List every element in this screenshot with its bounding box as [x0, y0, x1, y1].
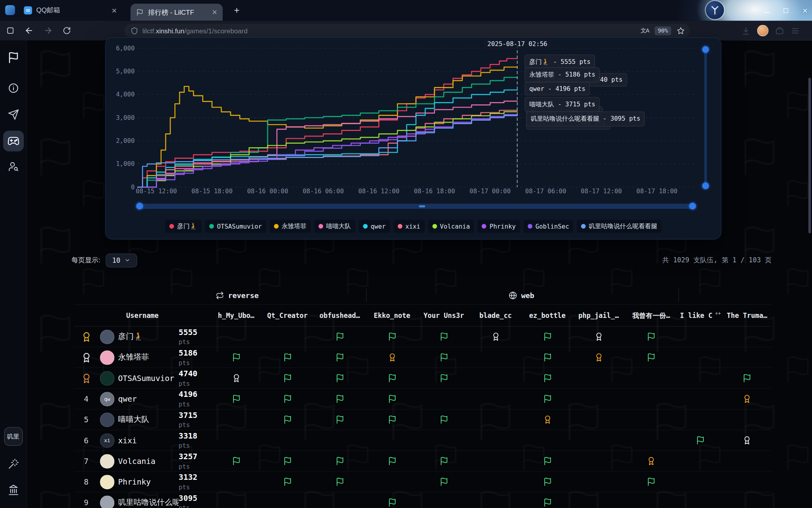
challenge-cell[interactable]	[262, 410, 314, 430]
bank-icon[interactable]	[8, 484, 19, 496]
team-row[interactable]: 7Volcania3257 pts	[74, 451, 772, 471]
forward-icon[interactable]	[44, 26, 53, 35]
team-row[interactable]: 8Phrinky3132 pts	[74, 472, 772, 493]
challenge-cell[interactable]	[211, 368, 262, 388]
bookmark-star-icon[interactable]	[677, 27, 685, 35]
team-row[interactable]: OTSASumuvior4740 pts	[74, 368, 772, 389]
chart-horizontal-range-slider[interactable]	[137, 204, 695, 209]
challenge-cell[interactable]	[418, 327, 470, 347]
slider-handle-left[interactable]	[136, 203, 143, 210]
challenge-cell[interactable]	[418, 451, 470, 471]
column-header-challenge[interactable]: I like C ++	[678, 311, 722, 319]
challenge-cell[interactable]	[366, 451, 418, 471]
legend-item[interactable]: OTSASumuvior	[205, 220, 266, 233]
challenge-cell[interactable]	[262, 347, 314, 368]
legend-item[interactable]: Volcania	[428, 220, 474, 233]
challenge-cell[interactable]	[313, 327, 366, 347]
challenge-cell[interactable]	[418, 347, 470, 368]
challenge-cell[interactable]	[521, 347, 573, 368]
challenge-cell[interactable]	[521, 472, 573, 492]
challenge-cell[interactable]	[366, 389, 418, 409]
challenge-cell[interactable]	[418, 410, 470, 430]
team-name[interactable]: 叽里咕噜说什么呢	[116, 498, 179, 508]
slider-handle-right[interactable]	[689, 203, 696, 210]
legend-item[interactable]: 喵喵大队	[314, 220, 355, 233]
lilctf-flag-logo[interactable]	[6, 51, 20, 64]
challenge-cell[interactable]	[366, 368, 418, 388]
team-name[interactable]: 喵喵大队	[116, 415, 179, 425]
briefcase-icon[interactable]	[775, 26, 784, 35]
column-header-challenge[interactable]: ez_bottle	[521, 312, 573, 319]
team-name[interactable]: qwer	[116, 394, 179, 404]
challenge-cell[interactable]	[262, 368, 314, 388]
scoreboard-gamepad-item[interactable]	[3, 131, 23, 151]
challenge-cell[interactable]	[722, 368, 772, 388]
column-header-username[interactable]: Username	[74, 312, 211, 319]
column-header-challenge[interactable]: obfushead…	[313, 312, 366, 319]
challenge-cell[interactable]	[262, 389, 314, 409]
chart-vertical-range-slider[interactable]	[704, 48, 707, 187]
menu-icon[interactable]	[791, 26, 799, 35]
challenge-cell[interactable]	[313, 451, 366, 471]
slider-mid-marker[interactable]	[419, 205, 425, 207]
challenge-cell[interactable]	[722, 430, 772, 450]
team-name[interactable]: 彦门🧎	[116, 332, 179, 342]
slider-handle-top[interactable]	[702, 46, 709, 53]
challenge-cell[interactable]	[521, 327, 573, 347]
challenge-cell[interactable]	[418, 368, 470, 388]
challenge-cell[interactable]	[521, 493, 573, 508]
tab-scoreboard[interactable]: 排行榜 - LilCTF ✕	[130, 4, 222, 21]
team-row[interactable]: 9叽里咕噜说什么呢3095 pts	[74, 493, 772, 508]
column-header-challenge[interactable]: Qt_Creator	[262, 312, 314, 319]
per-page-select[interactable]: 10	[105, 253, 138, 267]
new-tab-button[interactable]: +	[234, 5, 239, 15]
legend-item[interactable]: 叽里咕噜说什么呢看看腿	[577, 220, 661, 233]
close-button[interactable]: ✕	[802, 6, 808, 14]
reload-icon[interactable]	[63, 27, 71, 35]
challenge-cell[interactable]	[211, 389, 262, 409]
column-header-challenge[interactable]: h_My_Ubo…	[211, 312, 262, 319]
challenge-cell[interactable]	[573, 347, 624, 368]
zoom-badge[interactable]: 90%	[655, 26, 671, 35]
sidebar-toggle-icon[interactable]	[6, 27, 15, 35]
column-header-challenge[interactable]: 我曾有一份…	[624, 311, 678, 320]
challenge-cell[interactable]	[521, 368, 573, 388]
challenges-dart-icon[interactable]	[8, 109, 19, 120]
challenge-cell[interactable]	[313, 389, 366, 409]
challenge-cell[interactable]	[521, 410, 573, 430]
team-row[interactable]: 4qwqwer4196 pts	[74, 389, 772, 410]
challenge-cell[interactable]	[313, 410, 366, 430]
browser-logo[interactable]	[706, 1, 724, 19]
legend-item[interactable]: 彦门🧎	[165, 220, 201, 233]
team-name[interactable]: Phrinky	[116, 477, 179, 487]
team-name[interactable]: Volcania	[116, 456, 179, 466]
back-icon[interactable]	[24, 26, 34, 35]
tab-close-icon[interactable]: ✕	[111, 6, 117, 14]
tab-qq-mail[interactable]: ✉ QQ邮箱 ✕	[19, 0, 122, 21]
team-row[interactable]: 永雏塔菲5186 pts	[74, 347, 772, 368]
minimize-button[interactable]	[764, 6, 770, 14]
column-header-challenge[interactable]: php_jail_…	[573, 312, 624, 319]
profile-avatar[interactable]	[757, 25, 769, 37]
translate-icon[interactable]: 文A	[640, 27, 649, 35]
address-bar[interactable]: lilctf.xinshi.fun/games/1/scoreboard 文A …	[124, 24, 689, 37]
challenge-cell[interactable]	[722, 389, 772, 409]
info-icon[interactable]	[8, 83, 19, 94]
challenge-cell[interactable]	[313, 347, 366, 368]
challenge-cell[interactable]	[573, 327, 624, 347]
wand-icon[interactable]	[8, 458, 19, 470]
legend-item[interactable]: GoblinSec	[523, 220, 573, 233]
challenge-cell[interactable]	[262, 451, 314, 471]
team-name[interactable]: xixi	[116, 436, 179, 445]
column-header-challenge[interactable]: blade_cc	[470, 312, 522, 319]
challenge-cell[interactable]	[624, 472, 678, 492]
challenge-cell[interactable]	[366, 493, 418, 508]
legend-item[interactable]: 永雏塔菲	[270, 220, 310, 233]
maximize-button[interactable]	[783, 6, 788, 14]
legend-item[interactable]: xixi	[393, 220, 424, 233]
team-row[interactable]: 6xixixi3318 pts	[74, 430, 772, 451]
challenge-cell[interactable]	[624, 327, 678, 347]
challenge-cell[interactable]	[211, 347, 262, 368]
challenge-cell[interactable]	[262, 472, 314, 492]
challenge-cell[interactable]	[678, 430, 722, 450]
